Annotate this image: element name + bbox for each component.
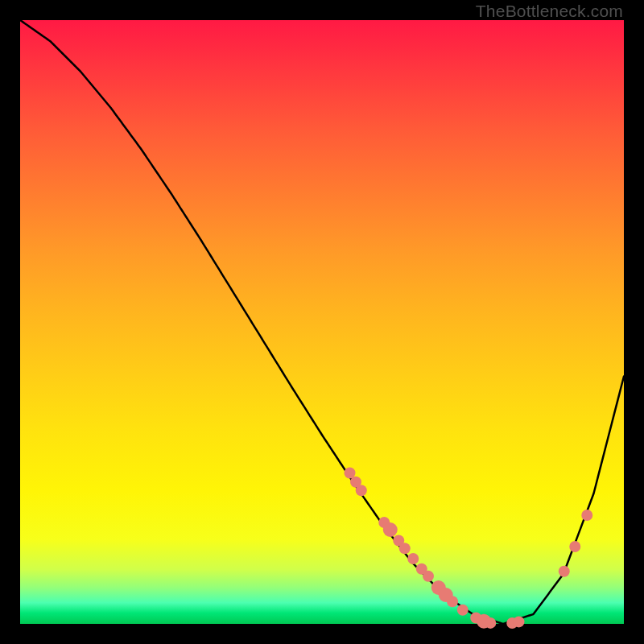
chart-dot bbox=[457, 605, 469, 616]
chart-svg bbox=[20, 20, 624, 624]
chart-dot bbox=[569, 541, 580, 552]
chart-dot bbox=[407, 553, 419, 564]
chart-dot bbox=[581, 510, 592, 521]
chart-dot bbox=[559, 566, 570, 577]
watermark-text: TheBottleneck.com bbox=[476, 2, 623, 21]
chart-curve bbox=[20, 20, 624, 624]
gradient-plot-area bbox=[20, 20, 624, 624]
chart-dot bbox=[423, 571, 434, 582]
chart-dot bbox=[356, 485, 367, 496]
chart-dot bbox=[447, 596, 458, 607]
chart-dot bbox=[383, 522, 398, 537]
chart-dot bbox=[399, 543, 411, 554]
chart-dot bbox=[485, 617, 496, 629]
chart-dot bbox=[514, 616, 525, 627]
chart-dots-group bbox=[345, 468, 593, 630]
